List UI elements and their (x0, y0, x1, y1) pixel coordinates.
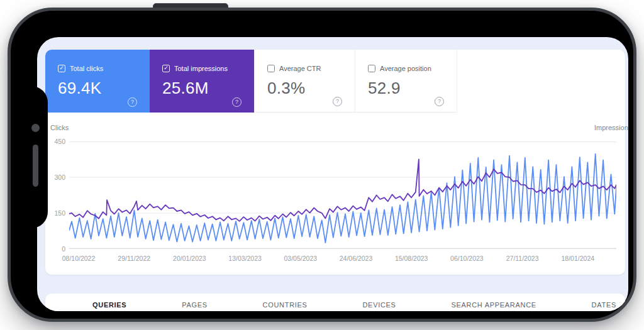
tab-queries[interactable]: QUERIES (92, 301, 126, 309)
y-tick: 150 (49, 209, 65, 217)
help-icon[interactable]: ? (128, 97, 137, 107)
left-axis-title: Clicks (50, 124, 69, 131)
dimension-tabs: QUERIES PAGES COUNTRIES DEVICES SEARCH A… (45, 294, 625, 309)
x-tick: 18/01/2024 (562, 255, 595, 262)
screenshot-stage: ✓ Total clicks 69.4K ? ✓ Total impressio… (0, 0, 644, 330)
tab-countries[interactable]: COUNTRIES (263, 301, 308, 309)
help-icon[interactable]: ? (435, 97, 444, 106)
phone-notch (16, 86, 48, 228)
tab-search-appearance[interactable]: SEARCH APPEARANCE (451, 301, 536, 309)
y-tick: 450 (49, 138, 65, 145)
phone-frame: ✓ Total clicks 69.4K ? ✓ Total impressio… (8, 8, 636, 322)
total-clicks-value: 69.4K (58, 79, 150, 98)
average-position-checkbox[interactable] (368, 65, 375, 72)
average-position-card[interactable]: Average position 52.9 ? (355, 50, 457, 113)
performance-card: ✓ Total clicks 69.4K ? ✓ Total impressio… (45, 50, 625, 275)
x-tick: 29/11/2022 (118, 255, 150, 262)
search-console-screen: ✓ Total clicks 69.4K ? ✓ Total impressio… (37, 37, 628, 311)
total-impressions-checkbox[interactable]: ✓ (162, 65, 170, 72)
total-clicks-checkbox[interactable]: ✓ (58, 65, 65, 72)
x-axis: 08/10/2022 29/11/2022 20/01/2023 13/03/2… (69, 255, 616, 263)
x-tick: 03/05/2023 (284, 255, 318, 262)
average-ctr-value: 0.3% (267, 79, 355, 98)
x-tick: 15/08/2023 (395, 255, 428, 262)
average-ctr-label: Average CTR (279, 65, 321, 72)
right-axis-title: Impressions (594, 124, 628, 131)
average-position-label: Average position (380, 65, 431, 72)
chart-plot-area[interactable] (69, 141, 616, 250)
series-total-impressions (69, 160, 616, 221)
x-tick: 24/06/2023 (340, 255, 373, 262)
tab-devices[interactable]: DEVICES (362, 301, 396, 309)
metric-cards-row: ✓ Total clicks 69.4K ? ✓ Total impressio… (45, 50, 625, 113)
x-tick: 20/01/2023 (173, 255, 206, 262)
help-icon[interactable]: ? (232, 97, 242, 107)
average-ctr-card[interactable]: Average CTR 0.3% ? (254, 50, 355, 113)
average-position-value: 52.9 (368, 79, 457, 98)
tab-pages[interactable]: PAGES (182, 301, 208, 309)
tab-dates[interactable]: DATES (592, 301, 616, 309)
x-tick: 13/03/2023 (228, 255, 262, 262)
x-tick: 08/10/2022 (62, 255, 96, 262)
x-tick: 27/11/2023 (506, 255, 539, 262)
total-clicks-label: Total clicks (70, 65, 103, 72)
dimension-tabs-card: QUERIES PAGES COUNTRIES DEVICES SEARCH A… (45, 294, 625, 311)
total-clicks-card[interactable]: ✓ Total clicks 69.4K ? (45, 50, 150, 113)
series-total-clicks (69, 154, 616, 243)
phone-speaker-icon (33, 145, 38, 187)
y-tick: 0 (49, 245, 65, 253)
performance-chart[interactable]: Clicks Impressions 450 300 150 0 08/10/2… (45, 113, 625, 275)
average-ctr-checkbox[interactable] (267, 65, 275, 72)
x-tick: 06/10/2023 (450, 255, 484, 262)
y-tick: 300 (49, 173, 65, 181)
total-impressions-label: Total impressions (174, 65, 228, 72)
phone-camera-icon (31, 124, 40, 132)
help-icon[interactable]: ? (333, 97, 342, 106)
total-impressions-card[interactable]: ✓ Total impressions 25.6M ? (150, 50, 254, 113)
total-impressions-value: 25.6M (162, 79, 254, 98)
